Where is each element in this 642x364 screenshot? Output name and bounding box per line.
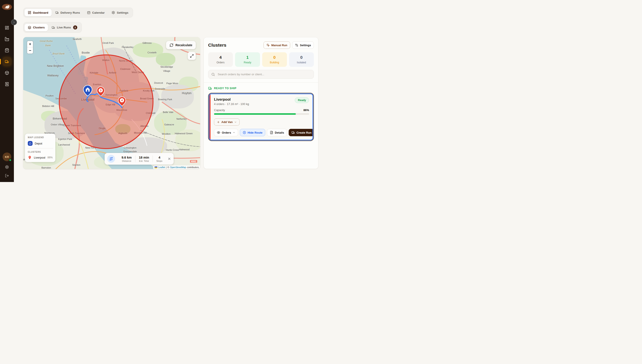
sidebar-expand-button[interactable] — [11, 19, 17, 25]
sidebar-item-inventory[interactable] — [3, 68, 11, 77]
sidebar-nav — [3, 24, 11, 88]
receipt-icon — [5, 82, 9, 86]
pointer-click-icon — [266, 44, 270, 47]
recalculate-label: Recalculate — [175, 44, 192, 47]
route-summary-bar: 9.6 km Distance 18 min Est. Time 4 Stops — [105, 153, 174, 165]
top-nav: Dashboard Delivery Runs Calendar Setting… — [23, 8, 133, 18]
section-label: READY TO SHIP — [214, 87, 236, 90]
stop-marker-3[interactable]: 3 — [97, 86, 105, 97]
gear-icon — [112, 11, 115, 14]
depot-marker[interactable] — [83, 85, 93, 97]
cluster-stats: 4 Orders 1 Ready 0 Building 0 Isolated — [208, 52, 314, 67]
leaflet-link[interactable]: Leaflet — [158, 166, 165, 168]
package-icon — [5, 71, 9, 75]
create-run-button[interactable]: Create Run — [289, 129, 313, 136]
user-avatar[interactable]: KR — [3, 152, 11, 161]
attribution-copyright: © — [167, 166, 169, 168]
osm-link[interactable]: OpenStreetMap — [170, 166, 186, 168]
truck-icon — [208, 86, 212, 90]
file-text-icon — [270, 131, 273, 134]
stat-label: Building — [264, 61, 286, 64]
close-icon — [168, 157, 171, 160]
house-icon — [29, 142, 32, 145]
distance-value: 9.6 km — [122, 156, 132, 159]
dashboard-icon — [5, 26, 9, 30]
legend-divider — [27, 148, 53, 148]
legend-cluster-name: Liverpool — [34, 156, 45, 159]
stat-label: Isolated — [290, 61, 313, 64]
refresh-icon — [170, 43, 173, 47]
stat-value: 0 — [290, 55, 313, 60]
tab-dashboard[interactable]: Dashboard — [25, 9, 52, 16]
legend-depot-label: Depot — [35, 142, 42, 145]
stop-marker-4[interactable]: 4 — [118, 96, 126, 107]
search-input[interactable] — [217, 72, 311, 76]
details-button[interactable]: Details — [267, 129, 287, 136]
hide-route-button[interactable]: Hide Route — [240, 129, 265, 136]
capacity-value: 86% — [303, 108, 309, 112]
cluster-name: Liverpool — [214, 98, 249, 102]
sidebar-footer: KR — [3, 152, 11, 182]
legend-title: MAP LEGEND — [28, 136, 53, 138]
cluster-card-liverpool[interactable]: Liverpool 4 orders · 17.16 m³ · 100 kg R… — [208, 93, 314, 141]
sidebar-item-production[interactable] — [3, 35, 11, 44]
tab-label: Settings — [117, 11, 128, 14]
tab-delivery-runs[interactable]: Delivery Runs — [52, 9, 83, 16]
sidebar-settings[interactable] — [5, 165, 9, 170]
attribution-suffix: contributors — [187, 166, 199, 168]
app-logo-beaver[interactable] — [2, 4, 12, 10]
stops-label: Stops — [156, 160, 162, 162]
sidebar-item-delivery[interactable] — [3, 57, 11, 66]
tab-clusters[interactable]: Clusters — [25, 24, 48, 31]
close-route-bar-button[interactable] — [168, 157, 171, 160]
live-runs-badge: 3 — [73, 26, 77, 30]
sidebar-item-billing[interactable] — [3, 80, 11, 88]
capacity-progressbar — [214, 113, 309, 115]
truck-icon — [52, 26, 55, 29]
tab-live-runs[interactable]: Live Runs 3 — [49, 24, 81, 32]
svg-text:3: 3 — [100, 89, 101, 92]
sidebar-item-dashboard[interactable] — [3, 24, 11, 32]
tab-label: Delivery Runs — [61, 11, 80, 14]
gear-icon — [5, 165, 9, 169]
eye-icon — [217, 131, 220, 134]
sidebar-item-orders[interactable] — [3, 46, 11, 55]
stat-value: 1 — [236, 55, 259, 60]
x-circle-icon — [243, 131, 246, 134]
stat-value: 0 — [264, 55, 286, 60]
orders-label: Orders — [222, 131, 231, 134]
status-badge: Ready — [295, 98, 309, 103]
view-tabs: Clusters Live Runs 3 — [23, 22, 82, 33]
main-content: Dashboard Delivery Runs Calendar Setting… — [14, 0, 321, 182]
orders-dropdown-button[interactable]: Orders — [214, 129, 238, 136]
panel-settings-button[interactable]: Settings — [292, 42, 314, 49]
map-viewport[interactable]: SeaforthOrrell ParkGillmossFazakerleyBoo… — [23, 37, 200, 169]
truck-icon — [291, 131, 295, 134]
plus-icon — [217, 120, 220, 124]
stat-building: 0 Building — [262, 52, 287, 67]
clusters-panel: Clusters Manual Run Settings 4 Orders — [204, 37, 318, 169]
zoom-out-button[interactable]: − — [27, 47, 33, 54]
recalculate-button[interactable]: Recalculate — [166, 41, 196, 49]
add-van-button[interactable]: Add Van — [214, 118, 240, 126]
tab-settings[interactable]: Settings — [108, 9, 132, 16]
panel-title: Clusters — [208, 42, 226, 48]
time-value: 18 min — [139, 156, 149, 159]
manual-run-button[interactable]: Manual Run — [264, 42, 290, 49]
sidebar: KR — [0, 0, 14, 182]
tab-calendar[interactable]: Calendar — [84, 9, 108, 16]
expand-map-button[interactable] — [188, 52, 196, 60]
zoom-in-button[interactable]: + — [27, 41, 33, 47]
depot-legend-icon — [28, 141, 33, 146]
stat-value: 4 — [209, 55, 232, 60]
chevron-down-icon — [234, 121, 237, 124]
sidebar-logout[interactable] — [5, 174, 9, 178]
chevron-right-icon — [13, 21, 16, 24]
online-status-dot — [9, 158, 12, 162]
factory-icon — [5, 37, 9, 41]
distance-label: Distance — [122, 160, 132, 162]
capacity-progress-fill — [214, 113, 296, 115]
map-legend: MAP LEGEND Depot CLUSTERS Liverpool 86% — [25, 134, 55, 162]
svg-text:4: 4 — [121, 99, 123, 102]
tab-label: Calendar — [92, 11, 105, 14]
